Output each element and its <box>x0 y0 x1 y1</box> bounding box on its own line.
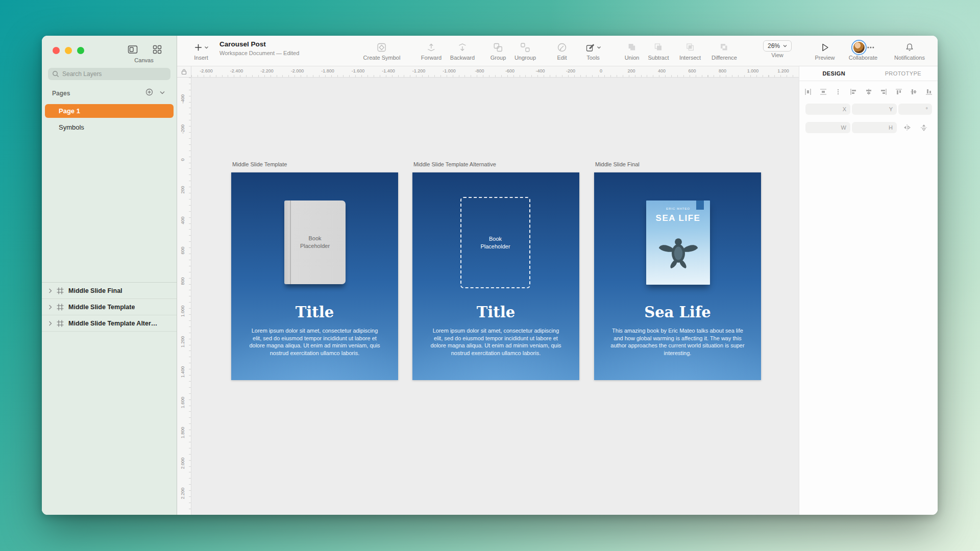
user-avatar[interactable] <box>852 41 865 54</box>
union-button[interactable]: Union <box>625 40 640 61</box>
components-grid-icon[interactable] <box>151 44 163 55</box>
artboard-icon <box>56 319 64 328</box>
edit-button[interactable]: Edit <box>557 40 567 61</box>
ruler-label: 1.000 <box>747 68 759 73</box>
artboard-title[interactable]: Middle Slide Final <box>595 161 761 169</box>
add-page-icon[interactable] <box>145 88 153 96</box>
backward-button[interactable]: Backward <box>450 40 475 61</box>
more-icon[interactable] <box>867 46 874 48</box>
horizontal-ruler[interactable]: -2.600-2.400-2.200-2.000-1.800-1.600-1.4… <box>191 66 799 78</box>
artboard-wrap: Middle Slide Template Alternative Book P… <box>412 161 579 380</box>
rotation-field[interactable]: ° <box>898 104 932 115</box>
ruler-label: -200 <box>566 68 575 73</box>
align-right-icon[interactable] <box>880 88 887 95</box>
canvas-viewport[interactable]: Middle Slide Template Book Placeholder T… <box>191 78 799 515</box>
create-symbol-button[interactable]: Create Symbol <box>363 40 401 61</box>
tools-button[interactable]: Tools <box>585 40 601 61</box>
difference-button[interactable]: Difference <box>712 40 737 61</box>
subtract-button[interactable]: Subtract <box>648 40 669 61</box>
notifications-button[interactable]: Notifications <box>894 40 925 61</box>
align-left-icon[interactable] <box>850 88 857 95</box>
insert-button[interactable]: Insert <box>194 40 209 61</box>
ruler-label: -1.600 <box>352 68 365 73</box>
sea-life-book-cover[interactable]: ERIC MATEO SEA LIFE <box>646 201 710 285</box>
forward-button[interactable]: Forward <box>421 40 442 61</box>
flip-vertical-icon[interactable] <box>920 123 927 132</box>
search-field[interactable] <box>48 68 170 80</box>
ruler-label: -400 <box>535 68 545 73</box>
lock-icon[interactable] <box>181 68 187 75</box>
ruler-label: -2.200 <box>260 68 274 73</box>
page-label: Symbols <box>59 123 84 131</box>
close-window-button[interactable] <box>53 47 60 54</box>
document-subtitle: Workspace Document — Edited <box>219 50 299 56</box>
align-middle-vertical-icon[interactable] <box>910 88 917 95</box>
ruler-label: 1.200 <box>180 336 185 347</box>
ruler-label: 1.800 <box>180 427 185 439</box>
distribute-vertical-icon[interactable] <box>820 88 827 95</box>
tab-prototype[interactable]: PROTOTYPE <box>869 66 938 81</box>
toolbar: Insert Carousel Post Workspace Document … <box>177 36 938 66</box>
flip-horizontal-icon[interactable] <box>903 124 911 131</box>
artboard-title[interactable]: Middle Slide Template Alternative <box>413 161 579 169</box>
align-center-horizontal-icon[interactable] <box>865 88 872 95</box>
group-button[interactable]: Group <box>491 40 506 61</box>
layer-row-middle-slide-template-alternative[interactable]: Middle Slide Template Alter… <box>42 315 177 332</box>
sidebar-item-symbols[interactable]: Symbols <box>45 120 174 134</box>
book-placeholder-dashed[interactable]: Book Placeholder <box>460 197 530 288</box>
x-field[interactable]: X <box>805 104 850 115</box>
sea-turtle-image <box>656 232 701 272</box>
sidebar: Canvas Pages Page 1 Symbols <box>42 36 177 515</box>
artboard-title[interactable]: Middle Slide Template <box>232 161 398 169</box>
ruler-label: -600 <box>505 68 514 73</box>
layer-row-middle-slide-template[interactable]: Middle Slide Template <box>42 299 177 315</box>
zoom-control[interactable]: 26% View <box>763 40 792 58</box>
more-alignment-icon[interactable] <box>835 88 842 95</box>
vertical-ruler[interactable]: -400-20002004006008001.0001.2001.4001.60… <box>177 78 191 515</box>
layer-row-middle-slide-final[interactable]: Middle Slide Final <box>42 283 177 299</box>
preview-button[interactable]: Preview <box>815 40 835 61</box>
ungroup-button[interactable]: Ungroup <box>514 40 536 61</box>
document-title-block: Carousel Post Workspace Document — Edite… <box>219 40 299 56</box>
ruler-label: 1.600 <box>180 396 185 408</box>
artboard-middle-slide-final[interactable]: ERIC MATEO SEA LIFE <box>594 172 761 380</box>
canvas-area: -2.600-2.400-2.200-2.000-1.800-1.600-1.4… <box>177 66 799 515</box>
ruler-label: 1.200 <box>777 68 789 73</box>
ruler-label: -800 <box>475 68 484 73</box>
zoom-value: 26% <box>768 42 780 49</box>
tab-design[interactable]: DESIGN <box>799 66 869 81</box>
collaborate-button[interactable]: Collaborate <box>849 40 877 61</box>
minimize-window-button[interactable] <box>65 47 72 54</box>
disclosure-chevron-icon[interactable] <box>48 321 52 326</box>
search-input[interactable] <box>62 70 166 78</box>
ruler-corner[interactable] <box>177 66 191 78</box>
ruler-label: 600 <box>688 68 696 73</box>
cover-title: SEA LIFE <box>646 213 710 223</box>
placeholder-text: Book <box>489 235 502 243</box>
pages-collapse-icon[interactable] <box>160 91 165 94</box>
disclosure-chevron-icon[interactable] <box>48 288 52 293</box>
distribute-horizontal-icon[interactable] <box>804 88 812 95</box>
width-field[interactable]: W <box>805 122 850 133</box>
disclosure-chevron-icon[interactable] <box>48 305 52 310</box>
artboard-middle-slide-template[interactable]: Book Placeholder Title Lorem ipsum dolor… <box>231 172 398 380</box>
sidebar-item-page-1[interactable]: Page 1 <box>45 104 174 118</box>
align-top-icon[interactable] <box>895 88 902 95</box>
ruler-label: 0 <box>600 68 602 73</box>
y-field[interactable]: Y <box>852 104 897 115</box>
width-field-label: W <box>841 124 846 131</box>
flip-controls <box>898 122 932 133</box>
layers-list: Middle Slide Final Middle Slide Template… <box>42 282 177 332</box>
ruler-label: 400 <box>180 216 185 224</box>
align-bottom-icon[interactable] <box>925 88 933 95</box>
canvas-view-icon[interactable] <box>127 44 139 55</box>
inspector-panel: DESIGN PROTOTYPE X <box>799 66 938 515</box>
zoom-window-button[interactable] <box>77 47 84 54</box>
book-placeholder-solid[interactable]: Book Placeholder <box>284 201 346 284</box>
ruler-label: 1.400 <box>180 366 185 378</box>
view-mode-label: Canvas <box>128 57 160 63</box>
height-field[interactable]: H <box>852 122 897 133</box>
pages-header: Pages <box>52 90 70 97</box>
intersect-button[interactable]: Intersect <box>679 40 701 61</box>
artboard-middle-slide-template-alternative[interactable]: Book Placeholder Title Lorem ipsum dolor… <box>412 172 579 380</box>
